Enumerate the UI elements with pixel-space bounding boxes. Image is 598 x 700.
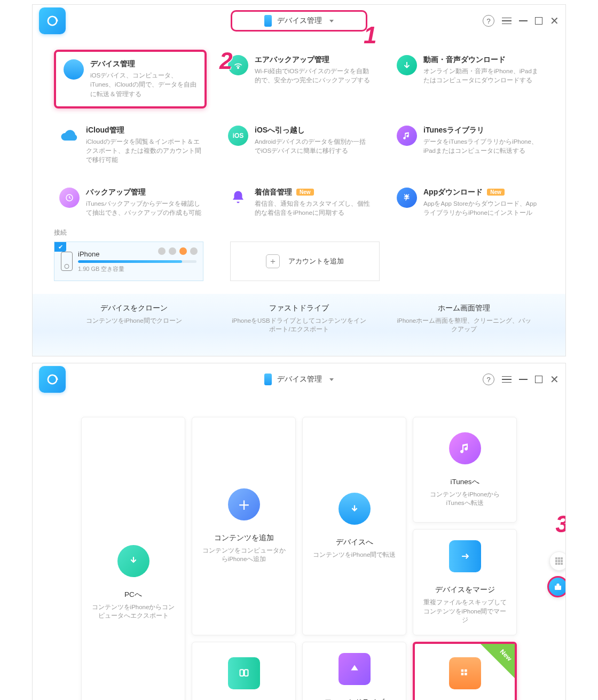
tile-to-itunes[interactable]: iTunesへ コンテンツをiPhoneからiTunesへ転送 bbox=[413, 417, 517, 523]
title-bar: デバイス管理 ? ✕ bbox=[33, 363, 565, 395]
bottom-tile-fastdrive[interactable]: ファストドライブ iPhoneをUSBドライブとしてコンテンツをインポート/エク… bbox=[224, 294, 373, 343]
device-action-icon[interactable] bbox=[169, 247, 176, 255]
feature-video-audio[interactable]: 動画・音声ダウンロード オンライン動画・音声をiPhone、iPadまたはコンピ… bbox=[391, 50, 544, 108]
add-account-button[interactable]: ＋ アカウントを追加 bbox=[230, 242, 380, 281]
chevron-down-icon bbox=[329, 20, 334, 22]
feature-title: 着信音管理 New bbox=[255, 188, 370, 197]
new-badge: New bbox=[296, 189, 314, 196]
feature-desc: オンライン動画・音声をiPhone、iPadまたはコンピュータにダウンロードする bbox=[423, 67, 539, 85]
feature-backup[interactable]: バックアップ管理 iTunesバックアップからデータを確認して抽出でき、バックア… bbox=[54, 182, 207, 223]
feature-ringtone[interactable]: 着信音管理 New 着信音、通知音をカスタマイズし、個性的な着信音をiPhone… bbox=[223, 182, 375, 223]
feature-ios-move[interactable]: iOS iOSへ引っ越し Androidデバイスのデータを個別か一括でiOSデバ… bbox=[223, 120, 375, 170]
tile-clone[interactable]: デバイスをクローン コンテンツをiPhone間でクローン bbox=[192, 642, 296, 700]
phone-icon bbox=[264, 15, 272, 27]
tile-fastdrive[interactable]: ファストドライブ iPhoneをUSBドライブとしてコンテンツをインポート/エク… bbox=[302, 642, 406, 700]
window-2: 3 4 デバイス管理 ? ✕ bbox=[32, 363, 566, 700]
clone-icon bbox=[228, 657, 260, 689]
feature-desc: Androidデバイスのデータを個別か一括でiOSデバイスに簡単に移行する bbox=[255, 137, 370, 156]
side-toolbox-button[interactable] bbox=[547, 576, 566, 597]
add-icon: ＋ bbox=[228, 488, 260, 520]
merge-icon bbox=[449, 540, 481, 572]
new-badge: New bbox=[487, 189, 505, 196]
close-button[interactable]: ✕ bbox=[550, 17, 559, 25]
device-eject-icon[interactable] bbox=[190, 247, 198, 255]
svg-rect-7 bbox=[465, 669, 467, 672]
storage-text: 1.90 GB 空き容量 bbox=[78, 265, 196, 273]
feature-title: エアバックアップ管理 bbox=[255, 55, 370, 65]
feature-desc: データをiTunesライブラリからiPhone、iPadまたはコンピュータに転送… bbox=[423, 137, 539, 156]
tile-to-pc[interactable]: PCへ コンテンツをiPhoneからコンピュータへエクスポート bbox=[81, 417, 185, 700]
side-grid-button[interactable] bbox=[549, 551, 566, 571]
help-button[interactable]: ? bbox=[483, 15, 494, 27]
home-icon bbox=[449, 657, 481, 689]
phone-mini-icon bbox=[61, 252, 73, 271]
pc-icon bbox=[117, 545, 150, 577]
device-card[interactable]: ✔ iPhone 1.90 GB 空き容量 bbox=[54, 242, 203, 281]
feature-desc: iCloudのデータを閲覧＆インポート＆エクスポート、または複数のアカウント間で… bbox=[86, 137, 201, 165]
tile-add-content[interactable]: ＋ コンテンツを追加 コンテンツをコンピュータからiPhoneへ追加 bbox=[192, 417, 296, 635]
feature-title: iTunesライブラリ bbox=[423, 126, 539, 135]
device-action-icon[interactable] bbox=[179, 247, 187, 255]
app-logo bbox=[39, 366, 66, 393]
feature-app-dl[interactable]: Appダウンロード New AppをApp Storeからダウンロード、Appラ… bbox=[391, 182, 544, 223]
check-icon: ✔ bbox=[54, 242, 66, 252]
feature-itunes-lib[interactable]: iTunesライブラリ データをiTunesライブラリからiPhone、iPad… bbox=[391, 120, 544, 170]
plus-icon: ＋ bbox=[266, 254, 280, 268]
bottom-strip: デバイスをクローン コンテンツをiPhone間でクローン ファストドライブ iP… bbox=[33, 294, 565, 356]
svg-rect-15 bbox=[561, 560, 563, 562]
menu-button[interactable] bbox=[502, 374, 512, 385]
clock-icon bbox=[59, 188, 80, 208]
svg-point-1 bbox=[238, 67, 239, 68]
feature-title: iCloud管理 bbox=[86, 126, 201, 135]
feature-grid: デバイス管理 iOSデバイス、コンピュータ、iTunes、iCloudの間で、デ… bbox=[33, 37, 565, 226]
dropdown-label: デバイス管理 bbox=[277, 375, 322, 384]
appstore-icon bbox=[397, 188, 417, 208]
dropdown-label: デバイス管理 bbox=[277, 16, 322, 26]
device-action-icon[interactable] bbox=[158, 247, 166, 255]
bell-icon bbox=[228, 188, 248, 208]
tile-grid: PCへ コンテンツをiPhoneからコンピュータへエクスポート ＋ コンテンツを… bbox=[33, 395, 565, 700]
svg-rect-8 bbox=[461, 673, 463, 675]
tile-to-device[interactable]: デバイスへ コンテンツをiPhone間で転送 bbox=[302, 417, 406, 635]
connect-label: 接続 bbox=[54, 228, 544, 237]
feature-title: iOSへ引っ越し bbox=[255, 126, 370, 135]
menu-button[interactable] bbox=[502, 15, 512, 27]
svg-rect-13 bbox=[555, 560, 557, 562]
feature-device-mgmt[interactable]: デバイス管理 iOSデバイス、コンピュータ、iTunes、iCloudの間で、デ… bbox=[54, 50, 207, 108]
chevron-down-icon bbox=[329, 378, 334, 381]
feature-title: 動画・音声ダウンロード bbox=[423, 55, 539, 65]
device-icon bbox=[64, 59, 84, 80]
tile-home-screen[interactable]: New ホーム画面管理 iPhoneホーム画面を整理、クリーニング、バックアップ bbox=[413, 642, 517, 700]
feature-desc: iOSデバイス、コンピュータ、iTunes、iCloudの間で、データを自由に転… bbox=[90, 71, 197, 99]
phone-icon bbox=[264, 374, 272, 385]
maximize-button[interactable] bbox=[535, 376, 542, 383]
window-1: 1 2 デバイス管理 ? ✕ bbox=[32, 4, 566, 356]
svg-rect-6 bbox=[461, 669, 463, 672]
maximize-button[interactable] bbox=[535, 17, 542, 25]
feature-desc: 着信音、通知音をカスタマイズし、個性的な着信音をiPhoneに同期する bbox=[255, 199, 370, 218]
title-dropdown[interactable]: デバイス管理 bbox=[248, 369, 350, 390]
minimize-button[interactable] bbox=[519, 379, 528, 380]
feature-desc: Wi-Fi経由でiOSデバイスのデータを自動的で、安全かつ完全にバックアップする bbox=[255, 67, 370, 85]
feature-title: バックアップ管理 bbox=[86, 188, 201, 197]
feature-icloud[interactable]: iCloud管理 iCloudのデータを閲覧＆インポート＆エクスポート、または複… bbox=[54, 120, 207, 170]
bottom-tile-home[interactable]: ホーム画面管理 iPhoneホーム画面を整理、クリーニング、バックアップ bbox=[390, 294, 539, 343]
bottom-tile-clone[interactable]: デバイスをクローン コンテンツをiPhone間でクローン bbox=[59, 294, 208, 343]
tile-merge[interactable]: デバイスをマージ 重複ファイルをスキップしてコンテンツをiPhone間でマージ bbox=[413, 529, 517, 635]
svg-rect-9 bbox=[465, 673, 467, 675]
svg-rect-5 bbox=[244, 670, 248, 676]
feature-air-backup[interactable]: エアバックアップ管理 Wi-Fi経由でiOSデバイスのデータを自動的で、安全かつ… bbox=[223, 50, 375, 108]
close-button[interactable]: ✕ bbox=[550, 376, 559, 383]
feature-title: Appダウンロード New bbox=[423, 188, 539, 197]
svg-rect-10 bbox=[555, 557, 557, 559]
feature-desc: AppをApp Storeからダウンロード、AppライブラリからiPhoneにイ… bbox=[423, 199, 539, 218]
svg-rect-14 bbox=[558, 560, 560, 562]
minimize-button[interactable] bbox=[519, 20, 528, 21]
cloud-icon bbox=[59, 126, 80, 146]
help-button[interactable]: ? bbox=[483, 374, 494, 385]
add-account-label: アカウントを追加 bbox=[288, 256, 344, 266]
title-dropdown[interactable]: デバイス管理 bbox=[231, 10, 367, 32]
svg-rect-16 bbox=[555, 563, 557, 565]
title-bar: デバイス管理 ? ✕ bbox=[33, 5, 565, 37]
feature-title: デバイス管理 bbox=[90, 59, 197, 69]
